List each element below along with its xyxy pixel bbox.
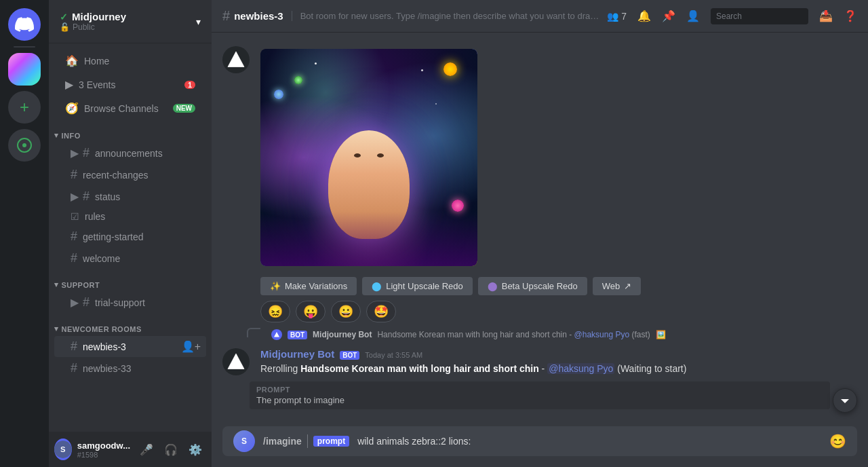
help-icon[interactable]: ❓	[844, 10, 857, 22]
add-server-button[interactable]: +	[8, 91, 41, 124]
reaction-star-eyes[interactable]: 🤩	[366, 301, 396, 322]
svg-text:S: S	[60, 445, 66, 453]
channel-welcome[interactable]: # welcome	[54, 248, 206, 269]
message-header: Midjourney Bot BOT Today at 3:55 AM	[260, 348, 857, 360]
members-panel-icon[interactable]: 👤	[686, 10, 700, 22]
category-newcomer[interactable]: ▾ NEWCOMER ROOMS	[49, 314, 212, 336]
channel-sidebar: ✓ Midjourney 🔓 Public ▾ 🏠 Home ▶ 3 Event…	[49, 0, 212, 467]
reaction-buttons: 😖 😛 😀 🤩	[260, 301, 857, 322]
channel-status[interactable]: ▶ # status	[54, 186, 206, 207]
hash-icon: #	[83, 146, 90, 160]
svg-point-1	[22, 143, 26, 147]
midjourney-bot-avatar-2	[222, 348, 250, 375]
rerolling-text: Rerolling Handsome Korean man with long …	[260, 362, 857, 376]
add-member-icon[interactable]: 👤+	[181, 340, 201, 353]
ref-image-icon: 🖼️	[656, 330, 666, 339]
new-badge: NEW	[173, 104, 195, 113]
browse-icon: 🧭	[65, 102, 79, 115]
server-dropdown-arrow: ▾	[196, 16, 201, 27]
ai-generated-image	[260, 49, 477, 266]
settings-button[interactable]: ⚙️	[184, 438, 206, 460]
ref-bot-avatar	[271, 329, 282, 340]
category-collapse-arrow: ▾	[54, 131, 59, 140]
input-separator	[307, 434, 308, 448]
notifications-icon[interactable]: 🔔	[637, 10, 651, 22]
hash-icon: #	[71, 229, 77, 244]
web-button[interactable]: Web ↗	[593, 277, 642, 295]
server-list: +	[0, 0, 49, 467]
server-header[interactable]: ✓ Midjourney 🔓 Public ▾	[49, 0, 212, 43]
channel-header: # newbies-3 Bot room for new users. Type…	[212, 0, 868, 33]
server-name: ✓ Midjourney	[60, 11, 126, 22]
member-count[interactable]: 👥 7	[607, 11, 627, 22]
make-variations-button[interactable]: ✨ Make Variations	[260, 277, 357, 295]
channel-list: 🏠 Home ▶ 3 Events 1 🧭 Browse Channels NE…	[49, 43, 212, 432]
members-icon: 👥	[607, 11, 618, 22]
midjourney-bot-avatar	[222, 46, 250, 73]
ref-bot-badge: BOT	[288, 331, 307, 339]
hash-icon: #	[71, 339, 77, 354]
search-input[interactable]	[716, 12, 818, 21]
prompt-text: The prompt to imagine	[256, 395, 823, 405]
prompt-hint-container: prompt The prompt to imagine	[250, 381, 830, 409]
hash-icon: #	[83, 295, 90, 310]
chat-input-area: S /imagine prompt 😊	[212, 426, 868, 467]
main-content: # newbies-3 Bot room for new users. Type…	[212, 0, 868, 467]
ref-text: Handsome Korean man with long hair and s…	[377, 330, 650, 339]
chat-user-avatar: S	[233, 430, 255, 452]
channel-announcements[interactable]: ▶ # announcements	[54, 143, 206, 164]
home-icon: 🏠	[65, 54, 79, 67]
input-tag: prompt	[313, 436, 349, 447]
channel-header-name: # newbies-3	[222, 8, 283, 24]
category-collapse-arrow: ▾	[54, 280, 59, 289]
hash-icon: #	[71, 251, 77, 265]
ref-author: Midjourney Bot	[313, 330, 372, 339]
channel-recent-changes[interactable]: # recent-changes	[54, 164, 206, 185]
ref-connector	[247, 328, 260, 337]
upscale-message-content: ✨ Make Variations ⬤ Light Upscale Redo ⬤…	[260, 46, 857, 322]
scroll-to-bottom-button[interactable]	[833, 388, 857, 413]
light-upscale-icon: ⬤	[372, 281, 382, 291]
channel-trial-support[interactable]: ▶ # trial-support	[54, 292, 206, 313]
trial-expand-arrow: ▶	[71, 296, 79, 309]
reaction-angry[interactable]: 😖	[260, 301, 290, 322]
light-upscale-redo-button[interactable]: ⬤ Light Upscale Redo	[362, 277, 472, 295]
discord-home-button[interactable]	[8, 8, 41, 41]
pin-icon[interactable]: 📌	[662, 10, 675, 22]
chat-input-field[interactable]	[357, 436, 821, 447]
search-bar[interactable]: 🔍	[711, 8, 808, 24]
external-link-icon: ↗	[624, 281, 631, 291]
midjourney-icon-bg	[8, 53, 41, 86]
channel-rules[interactable]: ☑ rules	[54, 208, 206, 225]
channel-getting-started[interactable]: # getting-started	[54, 226, 206, 247]
midjourney-server-icon[interactable]	[8, 53, 41, 86]
user-name: samgoodw...	[77, 441, 130, 451]
sidebar-item-browse[interactable]: 🧭 Browse Channels NEW	[54, 96, 206, 120]
chat-input-wrapper: S /imagine prompt 😊	[222, 426, 857, 456]
reaction-grin[interactable]: 😀	[331, 301, 361, 322]
inbox-icon[interactable]: 📥	[819, 10, 833, 22]
header-icons: 👥 7 🔔 📌 👤 🔍 📥 ❓	[607, 8, 857, 24]
server-public-label: 🔓 Public	[60, 22, 126, 32]
rerolling-author: Midjourney Bot	[260, 348, 334, 360]
discover-button[interactable]	[8, 129, 41, 162]
category-info[interactable]: ▾ INFO	[49, 120, 212, 143]
beta-upscale-redo-button[interactable]: ⬤ Beta Upscale Redo	[478, 277, 587, 295]
deafen-button[interactable]: 🎧	[160, 438, 182, 460]
message-ref-group: BOT Midjourney Bot Handsome Korean man w…	[212, 328, 868, 345]
message-group-rerolling: Midjourney Bot BOT Today at 3:55 AM Rero…	[212, 345, 868, 379]
sidebar-item-events[interactable]: ▶ 3 Events 1	[54, 73, 206, 96]
emoji-picker-button[interactable]: 😊	[829, 433, 846, 449]
sidebar-item-home[interactable]: 🏠 Home	[54, 49, 206, 73]
message-group-upscale: ✨ Make Variations ⬤ Light Upscale Redo ⬤…	[212, 43, 868, 328]
bot-badge: BOT	[340, 351, 359, 360]
message-timestamp: Today at 3:55 AM	[365, 351, 422, 359]
category-support[interactable]: ▾ SUPPORT	[49, 269, 212, 292]
channel-newbies-33[interactable]: # newbies-33	[54, 358, 206, 379]
prompt-label: prompt	[256, 386, 823, 394]
verified-icon: ✓	[60, 12, 68, 22]
channel-newbies-3[interactable]: # newbies-3 👤+	[54, 336, 206, 357]
reaction-tongue[interactable]: 😛	[296, 301, 326, 322]
mute-button[interactable]: 🎤	[136, 438, 157, 460]
make-variations-emoji: ✨	[270, 281, 281, 291]
